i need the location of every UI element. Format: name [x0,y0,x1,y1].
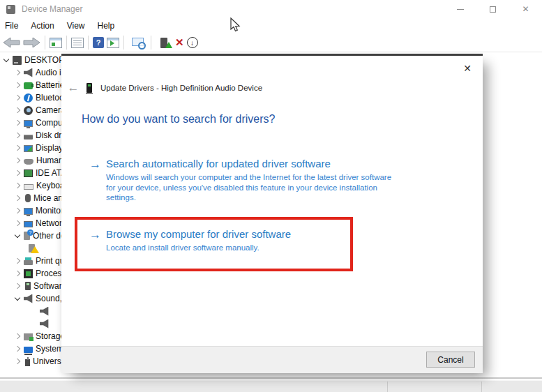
tree-item-sound-device-2[interactable] [0,317,61,330]
chevron-down-icon[interactable] [14,294,24,303]
tree-item-disk-drives[interactable]: Disk drives [0,129,61,142]
update-driver-icon [160,38,167,48]
chevron-right-icon[interactable] [14,194,24,202]
speaker-icon [24,68,33,77]
unknown-device-icon [24,232,30,240]
close-button[interactable]: ✕ [509,0,542,18]
extended-view-button[interactable] [107,34,119,51]
menu-file[interactable]: File [0,19,24,33]
chevron-right-icon[interactable] [14,357,24,365]
chevron-right-icon[interactable] [14,219,24,227]
chevron-right-icon[interactable] [14,169,24,177]
dialog-close-icon[interactable]: ✕ [460,61,474,75]
chevron-right-icon[interactable] [14,106,24,114]
cancel-button[interactable]: Cancel [426,352,475,368]
tree-item-computer[interactable]: Computer [0,116,61,129]
dialog-back-arrow-icon[interactable]: ← [66,81,81,95]
chevron-down-icon[interactable] [3,56,13,64]
tree-item-mice[interactable]: Mice and other pointing devices [0,192,61,204]
monitor-icon [24,208,33,215]
keyboard-icon [24,184,33,190]
chevron-right-icon[interactable] [14,345,24,353]
processor-icon [24,269,33,278]
window-title: Device Manager [22,4,82,14]
chevron-right-icon[interactable] [14,332,24,340]
speaker-icon [40,307,49,316]
computer-icon [13,56,22,65]
toolbar-separator [123,36,124,50]
dialog-header: ← Update Drivers - High Definition Audio… [66,81,262,95]
uninstall-device-button[interactable]: ✕ [175,34,184,51]
disable-device-button[interactable]: ↓ [187,34,198,51]
tree-item-cameras[interactable]: Cameras [0,104,61,116]
tree-item-hid[interactable]: Human Interface Devices [0,154,61,167]
tree-item-sound-device-1[interactable] [0,305,61,317]
tree-item-bluetooth[interactable]: Bluetooth [0,91,61,104]
chevron-down-icon[interactable] [14,232,24,240]
minimize-button[interactable] [444,0,476,18]
update-driver-button[interactable] [156,34,172,51]
option-search-automatically[interactable]: → Search automatically for updated drive… [89,158,391,203]
chevron-right-icon[interactable] [14,81,24,89]
forward-arrow-icon [23,37,40,48]
tree-item-keyboards[interactable]: Keyboards [0,179,61,192]
maximize-button[interactable] [476,0,509,18]
speaker-icon [24,294,33,303]
menu-action[interactable]: Action [24,19,60,33]
disable-down-arrow-icon: ↓ [187,37,198,48]
dialog-footer: Cancel [61,346,483,373]
help-button[interactable]: ? [93,34,104,51]
dialog-heading: How do you want to search for drivers? [82,113,275,126]
tree-item-other-devices[interactable]: Other devices [0,229,61,242]
device-manager-window: Device Manager ✕ File Action View Help ?… [0,0,542,392]
tree-item-unknown-device[interactable] [0,242,61,255]
disk-drive-icon [24,135,33,140]
chevron-right-icon[interactable] [14,206,24,215]
chevron-right-icon[interactable] [14,68,24,77]
chevron-right-icon[interactable] [14,181,24,190]
tree-item-display-adapters[interactable]: Display adapters [0,142,61,154]
chevron-right-icon[interactable] [14,269,24,278]
option-arrow-icon: → [89,158,106,203]
chevron-right-icon[interactable] [14,144,24,152]
tree-item-system-devices[interactable]: System devices [0,342,61,355]
properties-button[interactable] [71,34,84,51]
tree-item-audio-inputs[interactable]: Audio inputs and outputs [0,66,61,79]
menu-help[interactable]: Help [91,19,121,33]
minimize-icon [457,9,464,10]
network-adapter-icon [24,221,33,227]
chevron-right-icon[interactable] [14,257,24,265]
software-device-icon [25,282,31,290]
chevron-right-icon[interactable] [14,282,24,290]
tree-item-print-queues[interactable]: Print queues [0,255,61,267]
chevron-right-icon[interactable] [14,119,24,127]
back-arrow-icon [3,37,20,48]
maximize-icon [490,6,496,13]
back-button[interactable] [3,34,20,51]
tree-item-processors[interactable]: Processors [0,267,61,280]
show-console-tree-button[interactable] [50,34,62,51]
forward-button[interactable] [23,34,40,51]
tree-item-storage-controllers[interactable]: Storage controllers [0,330,61,342]
tree-item-ide-controllers[interactable]: IDE ATA/ATAPI controllers [0,167,61,179]
tree-item-software-devices[interactable]: Software devices [0,280,61,292]
tree-item-desktop[interactable]: DESKTOP- [0,54,61,66]
strip-divider [481,382,482,392]
tree-item-usb-controllers[interactable]: Universal Serial Bus controllers [0,355,61,368]
audio-device-icon [86,83,92,93]
scan-hardware-changes-button[interactable] [128,34,146,51]
chevron-right-icon[interactable] [14,131,24,140]
menu-view[interactable]: View [61,19,91,33]
tree-item-network-adapters[interactable]: Network adapters [0,217,61,229]
tree-item-sound-controllers[interactable]: Sound, video and game controllers [0,292,61,305]
option-browse-computer[interactable]: → Browse my computer for driver software… [89,228,291,253]
chevron-right-icon[interactable] [14,93,24,102]
chevron-right-icon[interactable] [14,156,24,165]
mouse-icon [25,194,31,202]
help-icon: ? [93,37,104,48]
option-title: Search automatically for updated driver … [106,158,391,169]
toolbar: ? ✕ ↓ [0,33,542,52]
tree-item-monitors[interactable]: Monitors [0,204,61,217]
toolbar-separator [66,36,67,50]
tree-item-batteries[interactable]: Batteries [0,79,61,91]
